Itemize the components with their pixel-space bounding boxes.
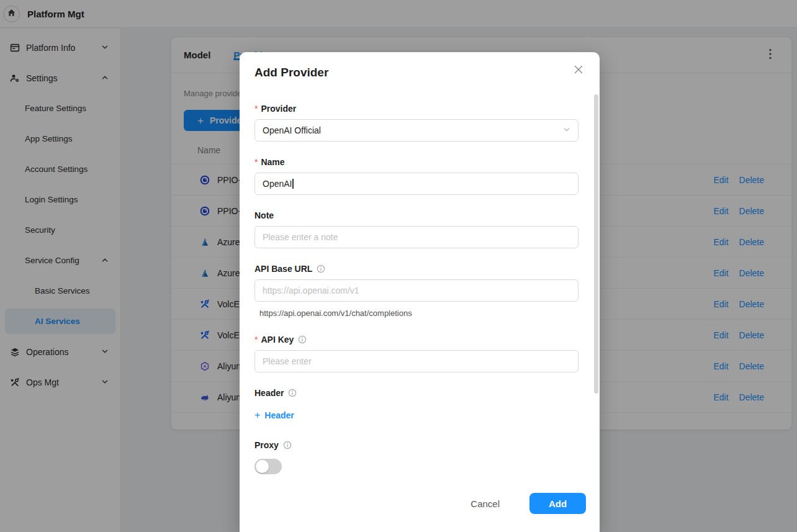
name-label: Name bbox=[261, 157, 284, 167]
name-input[interactable]: OpenAI bbox=[254, 173, 579, 195]
chevron-down-icon bbox=[563, 125, 570, 135]
name-input-value: OpenAI bbox=[263, 179, 292, 189]
info-icon[interactable] bbox=[298, 335, 307, 344]
add-submit-button[interactable]: Add bbox=[529, 493, 586, 514]
header-label: Header bbox=[254, 388, 284, 398]
provider-select-value: OpenAI Official bbox=[263, 125, 321, 135]
close-button[interactable] bbox=[572, 65, 585, 77]
info-icon[interactable] bbox=[288, 389, 297, 397]
modal-title: Add Provider bbox=[254, 66, 328, 79]
proxy-field-group: Proxy bbox=[254, 439, 579, 474]
info-icon[interactable] bbox=[317, 264, 325, 273]
required-asterisk: * bbox=[254, 104, 258, 114]
proxy-toggle[interactable] bbox=[254, 459, 282, 474]
api-base-url-label: API Base URL bbox=[254, 264, 312, 274]
provider-select[interactable]: OpenAI Official bbox=[254, 119, 579, 142]
provider-field-group: * Provider OpenAI Official bbox=[254, 102, 579, 142]
add-provider-modal: Add Provider * Provider OpenAI Official … bbox=[240, 52, 600, 532]
add-header-button[interactable]: + Header bbox=[254, 410, 294, 421]
app-root: Platform Mgt Platform InfoSettingsFeatur… bbox=[0, 0, 797, 532]
note-label: Note bbox=[254, 210, 274, 220]
modal-footer: Cancel Add bbox=[467, 493, 586, 514]
proxy-label: Proxy bbox=[254, 440, 279, 450]
api-key-input[interactable] bbox=[254, 350, 579, 372]
header-field-group: Header + Header bbox=[254, 387, 579, 421]
plus-icon: + bbox=[254, 410, 260, 421]
api-key-field-group: * API Key bbox=[254, 333, 579, 372]
cancel-button[interactable]: Cancel bbox=[467, 498, 503, 510]
api-base-url-input[interactable] bbox=[254, 279, 579, 302]
note-field-group: Note bbox=[254, 209, 579, 248]
close-icon bbox=[573, 64, 584, 78]
api-key-label: API Key bbox=[261, 335, 294, 345]
text-cursor bbox=[292, 179, 294, 189]
note-input[interactable] bbox=[254, 226, 579, 248]
modal-scrollbar-thumb[interactable] bbox=[594, 94, 598, 394]
info-icon[interactable] bbox=[283, 441, 292, 449]
name-field-group: * Name OpenAI bbox=[254, 156, 579, 195]
required-asterisk: * bbox=[254, 157, 258, 167]
required-asterisk: * bbox=[254, 335, 258, 345]
add-header-button-label: Header bbox=[264, 410, 294, 420]
api-base-url-hint: https://api.openai.com/v1/chat/completio… bbox=[259, 309, 579, 318]
api-base-url-field-group: API Base URL https://api.openai.com/v1/c… bbox=[254, 263, 579, 318]
provider-label: Provider bbox=[261, 104, 296, 114]
toggle-knob bbox=[256, 460, 269, 473]
